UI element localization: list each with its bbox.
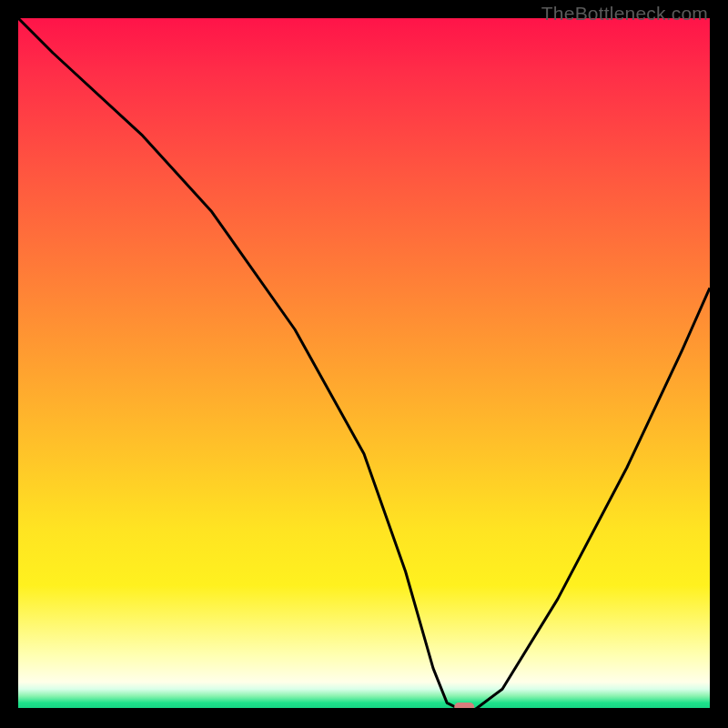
bottleneck-curve-path bbox=[18, 18, 710, 710]
gradient-plot-area bbox=[18, 18, 710, 710]
curve-overlay bbox=[18, 18, 710, 710]
watermark-text: TheBottleneck.com bbox=[541, 3, 708, 25]
chart-frame: TheBottleneck.com bbox=[0, 0, 728, 728]
